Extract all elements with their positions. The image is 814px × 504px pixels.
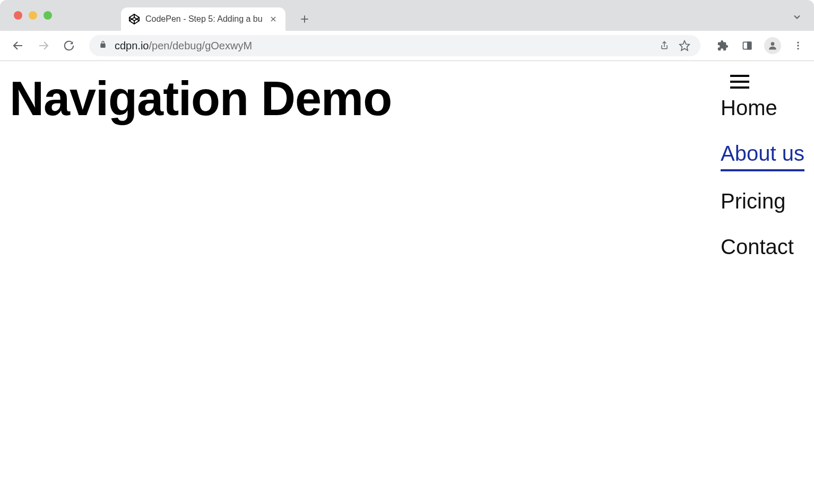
- page-title: Navigation Demo: [10, 73, 392, 125]
- new-tab-button[interactable]: [295, 10, 314, 29]
- extensions-button[interactable]: [715, 38, 730, 53]
- svg-point-13: [797, 48, 799, 49]
- menu-button[interactable]: [791, 38, 806, 53]
- url-text: cdpn.io/pen/debug/gOexwyM: [115, 40, 651, 52]
- hamburger-icon: [730, 81, 749, 83]
- svg-rect-9: [748, 42, 751, 49]
- svg-point-10: [771, 42, 775, 46]
- nav-item-about-us[interactable]: About us: [721, 141, 804, 171]
- share-icon: [659, 40, 670, 51]
- close-icon: [270, 15, 277, 23]
- bookmark-button[interactable]: [678, 39, 691, 52]
- tab-close-button[interactable]: [269, 14, 278, 24]
- browser-toolbar: cdpn.io/pen/debug/gOexwyM: [0, 31, 814, 60]
- kebab-icon: [793, 40, 803, 51]
- nav-item-contact[interactable]: Contact: [721, 234, 804, 263]
- star-icon: [679, 40, 690, 51]
- svg-point-11: [797, 42, 799, 44]
- codepen-favicon-icon: [128, 13, 140, 25]
- browser-tab[interactable]: CodePen - Step 5: Adding a bu: [121, 7, 285, 31]
- hamburger-icon: [730, 75, 749, 77]
- puzzle-icon: [717, 40, 729, 51]
- arrow-left-icon: [12, 39, 24, 52]
- browser-chrome: CodePen - Step 5: Adding a bu: [0, 0, 814, 61]
- window-maximize-button[interactable]: [44, 11, 52, 20]
- address-bar[interactable]: cdpn.io/pen/debug/gOexwyM: [89, 35, 700, 56]
- hamburger-button[interactable]: [730, 75, 749, 89]
- sidepanel-button[interactable]: [740, 38, 755, 53]
- person-icon: [767, 40, 778, 51]
- window-close-button[interactable]: [14, 11, 22, 20]
- tabs-dropdown-button[interactable]: [791, 11, 803, 23]
- panel-icon: [742, 40, 752, 51]
- toolbar-right: [711, 37, 806, 54]
- nav-item-home[interactable]: Home: [721, 95, 804, 124]
- hamburger-icon: [730, 86, 749, 89]
- tab-title: CodePen - Step 5: Adding a bu: [145, 14, 263, 24]
- lock-icon: [99, 40, 107, 51]
- page-content: Navigation Demo Home About us Pricing Co…: [0, 61, 814, 504]
- svg-point-12: [797, 45, 799, 46]
- url-path: /pen/debug/gOexwyM: [149, 40, 253, 51]
- svg-marker-7: [680, 41, 689, 50]
- back-button[interactable]: [8, 36, 28, 55]
- chevron-down-icon: [792, 12, 802, 22]
- reload-button[interactable]: [59, 36, 79, 55]
- window-controls: [14, 11, 52, 20]
- plus-icon: [299, 14, 310, 24]
- forward-button[interactable]: [34, 36, 53, 55]
- arrow-right-icon: [37, 39, 50, 52]
- tab-bar: CodePen - Step 5: Adding a bu: [0, 0, 814, 31]
- nav-item-pricing[interactable]: Pricing: [721, 188, 804, 217]
- profile-button[interactable]: [764, 37, 781, 54]
- window-minimize-button[interactable]: [29, 11, 37, 20]
- reload-icon: [63, 40, 75, 51]
- url-domain: cdpn.io: [115, 40, 149, 51]
- nav-menu: Home About us Pricing Contact: [721, 95, 804, 263]
- share-button[interactable]: [658, 39, 671, 52]
